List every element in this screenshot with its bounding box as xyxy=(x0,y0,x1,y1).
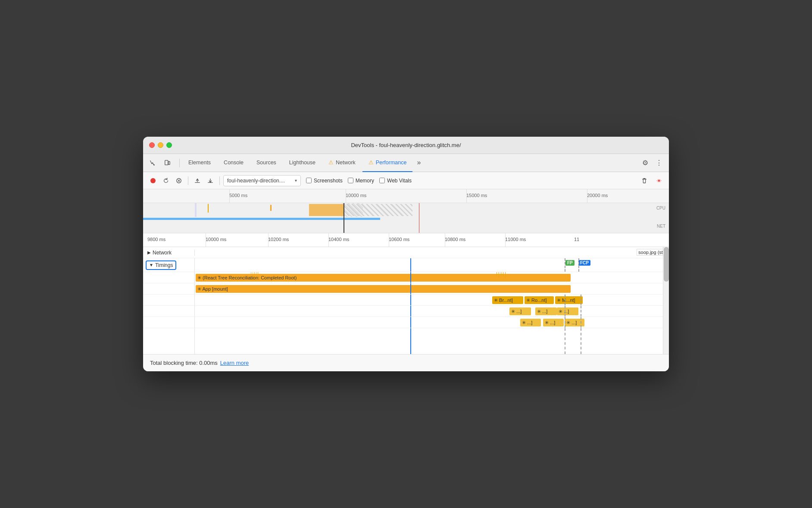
vertical-scrollbar[interactable] xyxy=(663,247,669,354)
clear-recordings-button[interactable] xyxy=(639,175,650,186)
hatch-2 xyxy=(344,204,412,216)
memory-checkbox-input[interactable] xyxy=(348,178,353,183)
screenshots-checkbox-input[interactable] xyxy=(306,178,312,183)
blocking-time-text: Total blocking time: 0.00ms xyxy=(150,360,218,366)
webvitals-checkbox[interactable]: Web Vitals xyxy=(379,178,412,184)
tab-sources[interactable]: Sources xyxy=(250,154,282,172)
overview-red-line xyxy=(419,203,419,233)
network-track-label[interactable]: ▶ Network xyxy=(143,250,195,256)
load-profile-button[interactable] xyxy=(192,175,203,186)
flame-content-2: ✳ App [mount] xyxy=(195,283,669,294)
dots2-bar-2[interactable]: ✳ ...] xyxy=(543,319,564,326)
more-options-button[interactable]: ⋮ xyxy=(653,157,665,169)
timings-track-label[interactable]: ▼ Timings xyxy=(143,258,195,272)
minimize-button[interactable] xyxy=(158,142,163,148)
ro-nt-bar[interactable]: ✳ Ro...nt] xyxy=(525,296,554,304)
svg-rect-2 xyxy=(169,161,170,164)
webvitals-checkbox-input[interactable] xyxy=(379,178,385,183)
dots-bar-3[interactable]: ✳ ...] xyxy=(557,307,578,315)
dots-bar-1[interactable]: ✳ ...] xyxy=(509,307,531,315)
zoom-tick-10400 xyxy=(328,233,329,247)
tab-elements[interactable]: Elements xyxy=(182,154,217,172)
save-profile-button[interactable] xyxy=(205,175,216,186)
devtools-window: DevTools - foul-heavenly-direction.glitc… xyxy=(143,137,669,371)
tick-r4 xyxy=(503,272,503,276)
flame-content-3: ✳ Br...nt] ✳ Ro...nt] ✳ M...nt] xyxy=(195,295,669,305)
ruler-tick-20000 xyxy=(587,189,587,203)
flame-label-4 xyxy=(143,306,195,317)
empty-content-col xyxy=(195,328,669,354)
scrollbar-thumb[interactable] xyxy=(664,247,669,282)
toolbar-divider-1 xyxy=(188,176,188,185)
br-nt-bar[interactable]: ✳ Br...nt] xyxy=(492,296,523,304)
network-track-row: ▶ Network soop.jpg (sto xyxy=(143,247,669,258)
performance-settings-button[interactable] xyxy=(653,175,665,186)
fp-dashed-row5 xyxy=(565,317,565,328)
zoom-label-9800: 9800 ms xyxy=(147,237,166,242)
ruler-label-10000: 10000 ms xyxy=(346,193,366,198)
overview-black-line xyxy=(344,203,344,233)
zoom-label-10800: 10800 ms xyxy=(445,237,465,242)
zoom-label-11: 11 xyxy=(574,237,579,242)
toolbar-checkboxes: Screenshots Memory Web Vitals xyxy=(306,178,412,184)
close-button[interactable] xyxy=(149,142,155,148)
maximize-button[interactable] xyxy=(166,142,172,148)
net-label: NET xyxy=(657,224,665,229)
fcp-dashed-row4 xyxy=(581,306,581,317)
zoom-label-11000: 11000 ms xyxy=(505,237,526,242)
zoom-tick-10000 xyxy=(206,233,206,247)
app-mount-bar[interactable]: ✳ App [mount] xyxy=(196,285,571,293)
fcp-dashed-line xyxy=(578,258,579,272)
flame-row-1: ✳ (React Tree Reconciliation: Completed … xyxy=(143,272,669,283)
tab-more[interactable]: » xyxy=(413,154,424,172)
cpu-spike-2 xyxy=(270,205,272,211)
tick-3 xyxy=(254,272,255,276)
blue-line-row4 xyxy=(410,306,411,317)
tab-lighthouse[interactable]: Lighthouse xyxy=(283,154,322,172)
tracks-area: ▶ Network soop.jpg (sto ▼ Timings FP FCP xyxy=(143,247,669,354)
tab-performance[interactable]: ⚠ Performance xyxy=(362,154,413,172)
screenshots-checkbox[interactable]: Screenshots xyxy=(306,178,343,184)
learn-more-link[interactable]: Learn more xyxy=(220,360,249,366)
toolbar-divider-2 xyxy=(219,176,220,185)
timings-track-row: ▼ Timings FP FCP xyxy=(143,258,669,272)
cpu-spike-1 xyxy=(208,204,209,213)
tick-r2 xyxy=(499,272,499,277)
url-selector[interactable]: foul-heavenly-direction.... ▾ xyxy=(223,175,301,186)
tick-1 xyxy=(251,272,251,276)
performance-warn-icon: ⚠ xyxy=(369,159,374,166)
device-toolbar-button[interactable] xyxy=(161,157,173,169)
dots2-bar-1[interactable]: ✳ ...] xyxy=(520,319,541,326)
dots-bar-2[interactable]: ✳ ...] xyxy=(535,307,557,315)
dots2-bar-3[interactable]: ✳ ...] xyxy=(565,319,584,326)
svg-point-0 xyxy=(153,164,155,166)
flame-content-1: ✳ (React Tree Reconciliation: Completed … xyxy=(195,272,669,283)
zoom-tick-10800 xyxy=(445,233,445,247)
reload-record-button[interactable] xyxy=(160,175,172,186)
zoom-tick-10600 xyxy=(389,233,389,247)
flame-label-3 xyxy=(143,295,195,305)
fcp-dashed-row5 xyxy=(581,317,581,328)
zoom-tick-10200 xyxy=(268,233,269,247)
m-nt-bar[interactable]: ✳ M...nt] xyxy=(555,296,583,304)
blue-line-row3 xyxy=(410,295,411,305)
tick-r3 xyxy=(501,272,501,276)
overview-ruler: 5000 ms 10000 ms 15000 ms 20000 ms xyxy=(143,189,669,203)
settings-button[interactable]: ⚙ xyxy=(639,157,652,169)
cpu-main-orange xyxy=(309,204,344,216)
tick-2 xyxy=(253,272,253,275)
overview-bar-1 xyxy=(195,203,197,217)
blue-line-row1 xyxy=(410,272,411,283)
tab-console[interactable]: Console xyxy=(218,154,250,172)
fp-dashed-empty xyxy=(565,328,565,354)
zoom-label-10200: 10200 ms xyxy=(268,237,289,242)
clear-button[interactable] xyxy=(173,175,184,186)
memory-checkbox[interactable]: Memory xyxy=(348,178,374,184)
ruler-label-5000: 5000 ms xyxy=(229,193,247,198)
record-button[interactable] xyxy=(147,175,159,186)
performance-toolbar: foul-heavenly-direction.... ▾ Screenshot… xyxy=(143,172,669,189)
tab-network[interactable]: ⚠ Network xyxy=(322,154,362,172)
inspect-element-button[interactable] xyxy=(147,157,159,169)
react-tree-bar[interactable]: ✳ (React Tree Reconciliation: Completed … xyxy=(196,274,571,282)
tabbar-divider xyxy=(179,159,180,167)
